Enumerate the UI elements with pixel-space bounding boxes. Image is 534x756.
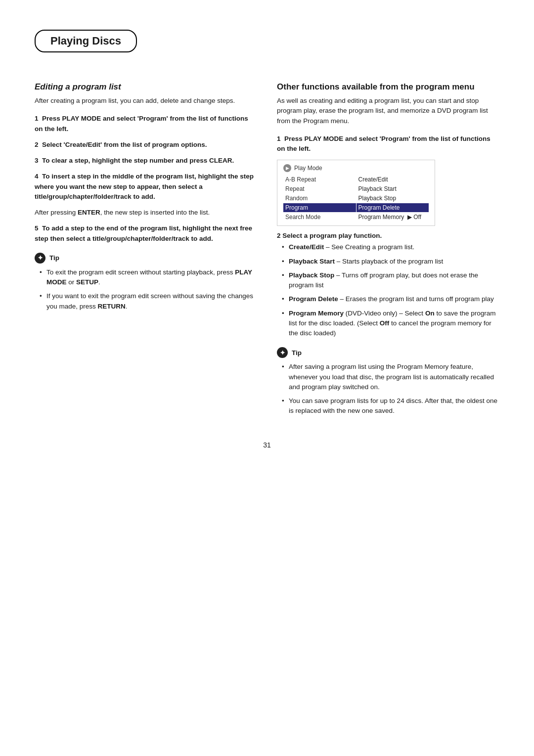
- step-5-text: To add a step to the end of the program …: [35, 224, 252, 242]
- right-intro: As well as creating and editing a progra…: [277, 96, 499, 126]
- menu-cell-random-left: Random: [283, 194, 356, 203]
- menu-cell-ab-left: A-B Repeat: [283, 175, 356, 184]
- right-tip-bullet-2: You can save program lists for up to 24 …: [282, 396, 499, 416]
- menu-cell-repeat-left: Repeat: [283, 184, 356, 193]
- menu-cell-random-right: Playback Stop: [356, 194, 429, 203]
- tip-icon-right: ✦: [277, 347, 288, 358]
- menu-cell-program-left: Program: [283, 203, 356, 212]
- right-step-2-label: 2 Select a program play function.: [277, 232, 499, 239]
- bullet-playback-start: Playback Start – Starts playback of the …: [282, 257, 499, 267]
- step-4-text: To insert a step in the middle of the pr…: [35, 173, 254, 200]
- menu-cell-ab-right: Create/Edit: [356, 175, 429, 184]
- page: Playing Discs Editing a program list Aft…: [0, 0, 534, 756]
- step-1: 1 Press PLAY MODE and select 'Program' f…: [35, 114, 257, 134]
- right-tip-header: ✦ Tip: [277, 347, 499, 358]
- left-tip-header: ✦ Tip: [35, 253, 257, 264]
- bullet-playback-stop: Playback Stop – Turns off program play, …: [282, 270, 499, 291]
- right-heading: Other functions available from the progr…: [277, 82, 499, 92]
- menu-cell-repeat-right: Playback Start: [356, 184, 429, 193]
- right-tip-box: ✦ Tip After saving a program list using …: [277, 347, 499, 416]
- step-5: 5 To add a step to the end of the progra…: [35, 223, 257, 244]
- right-tip-bullet-1: After saving a program list using the Pr…: [282, 362, 499, 392]
- menu-title: Play Mode: [294, 165, 322, 172]
- menu-rows: A-B Repeat Create/Edit Repeat Playback S…: [283, 175, 429, 222]
- left-heading: Editing a program list: [35, 82, 257, 92]
- step-3-text: To clear a step, highlight the step numb…: [42, 157, 234, 164]
- left-tip-bullet-2: If you want to exit the program edit scr…: [40, 291, 257, 311]
- tip-icon-left: ✦: [35, 253, 45, 264]
- left-tip-bullets: To exit the program edit screen without …: [35, 267, 257, 311]
- bullet-program-memory: Program Memory (DVD-Video only) – Select…: [282, 309, 499, 339]
- right-step-1: 1 Press PLAY MODE and select 'Program' f…: [277, 134, 499, 154]
- right-tip-bullets: After saving a program list using the Pr…: [277, 362, 499, 416]
- play-mode-menu: ▶ Play Mode A-B Repeat Create/Edit Repea…: [277, 160, 435, 226]
- step-1-text: Press PLAY MODE and select 'Program' fro…: [35, 115, 248, 132]
- menu-cell-search-left: Search Mode: [283, 213, 356, 222]
- step-1-num: 1: [35, 115, 39, 122]
- right-tip-label: Tip: [292, 349, 302, 356]
- step-4-after: After pressing ENTER, the new step is in…: [35, 208, 257, 218]
- step-2-text: Select 'Create/Edit' from the list of pr…: [42, 141, 207, 148]
- two-column-layout: Editing a program list After creating a …: [35, 82, 499, 421]
- left-column: Editing a program list After creating a …: [35, 82, 257, 421]
- step-4: 4 To insert a step in the middle of the …: [35, 172, 257, 202]
- left-intro: After creating a program list, you can a…: [35, 96, 257, 106]
- step-2-num: 2: [35, 141, 39, 148]
- page-number: 31: [35, 441, 499, 449]
- left-tip-bullet-1: To exit the program edit screen without …: [40, 267, 257, 288]
- step-4-num: 4: [35, 173, 39, 180]
- step-3-num: 3: [35, 157, 39, 164]
- left-tip-label: Tip: [49, 254, 59, 262]
- menu-title-row: ▶ Play Mode: [283, 164, 429, 172]
- right-bullets: Create/Edit – See Creating a program lis…: [277, 242, 499, 338]
- step-2: 2 Select 'Create/Edit' from the list of …: [35, 140, 257, 150]
- bullet-create-edit: Create/Edit – See Creating a program lis…: [282, 242, 499, 252]
- menu-cell-program-right: Program Delete: [356, 203, 429, 212]
- right-column: Other functions available from the progr…: [277, 82, 499, 421]
- bullet-program-delete: Program Delete – Erases the program list…: [282, 294, 499, 304]
- left-tip-box: ✦ Tip To exit the program edit screen wi…: [35, 253, 257, 311]
- right-step-1-text: Press PLAY MODE and select 'Program' fro…: [277, 135, 490, 152]
- right-step-1-num: 1: [277, 135, 281, 142]
- play-mode-icon: ▶: [283, 164, 291, 172]
- step-5-num: 5: [35, 224, 39, 232]
- step-3: 3 To clear a step, highlight the step nu…: [35, 156, 257, 166]
- page-title: Playing Discs: [35, 30, 137, 52]
- menu-cell-search-right: Program Memory ▶ Off: [356, 213, 429, 222]
